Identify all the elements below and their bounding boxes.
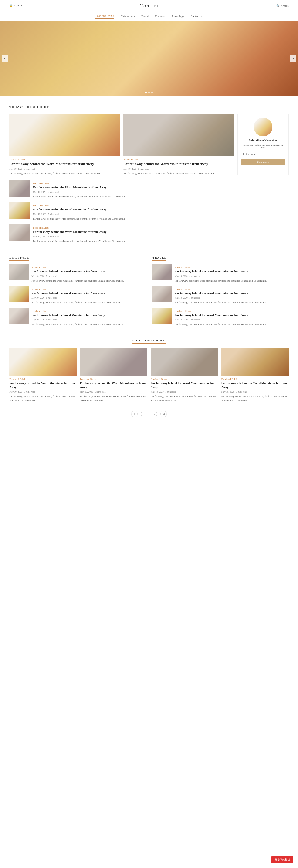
twitter-icon[interactable]: t <box>141 411 147 417</box>
food-drink-article-3-title[interactable]: Far far away behind the Word Mountains f… <box>151 381 218 389</box>
highlight-grid: Food and Drink Far far away behind the W… <box>9 114 289 175</box>
lifestyle-article-2-image <box>9 286 29 302</box>
facebook-icon[interactable]: f <box>131 411 138 417</box>
newsletter-image <box>254 118 272 136</box>
lifestyle-article-1-desc: Far far away, behind the word mountains,… <box>31 279 145 283</box>
food-drink-article-1: Food and Drink Far far away behind the W… <box>9 348 77 402</box>
list-item: Food and Drink Far far away behind the W… <box>153 286 289 304</box>
highlight-article-1-image <box>9 114 120 156</box>
travel-article-2-content: Food and Drink Far far away behind the W… <box>175 286 289 304</box>
food-drink-article-4-meta: May 10, 2020 · 5 mins read <box>222 391 289 393</box>
email-icon[interactable]: ✉ <box>160 411 167 417</box>
newsletter-email-input[interactable] <box>241 151 285 157</box>
list-item: Food and Drink Far far away behind the W… <box>9 180 289 198</box>
highlight-article-1-desc: Far far away, behind the word mountains,… <box>9 172 120 176</box>
list-item: Food and Drink Far far away behind the W… <box>9 224 289 243</box>
travel-article-3-title[interactable]: Far far away behind the Word Mountains f… <box>175 313 289 317</box>
highlight-article-2-category: Food and Drink <box>123 158 234 161</box>
travel-article-3-category: Food and Drink <box>175 310 289 312</box>
food-drink-article-4-image <box>222 348 289 376</box>
lifestyle-article-2-category: Food and Drink <box>31 288 145 291</box>
highlight-article-2-title[interactable]: Far far away behind the Word Mountains f… <box>123 162 234 166</box>
food-drink-article-2-category: Food and Drink <box>80 378 147 380</box>
list-article-2-image <box>9 202 30 219</box>
site-title: Content <box>139 3 159 9</box>
travel-article-2-category: Food and Drink <box>175 288 289 291</box>
linkedin-icon[interactable]: in <box>151 411 157 417</box>
lifestyle-article-2-content: Food and Drink Far far away behind the W… <box>31 286 145 304</box>
lifestyle-article-2-title[interactable]: Far far away behind the Word Mountains f… <box>31 291 145 296</box>
travel-article-1-content: Food and Drink Far far away behind the W… <box>175 264 289 282</box>
highlight-article-2-desc: Far far away, behind the word mountains,… <box>123 172 234 176</box>
travel-article-1-category: Food and Drink <box>175 266 289 269</box>
travel-article-2-title[interactable]: Far far away behind the Word Mountains f… <box>175 291 289 296</box>
travel-article-3-desc: Far far away, behind the word mountains,… <box>175 322 289 326</box>
travel-section-title: TRAVEL <box>153 256 166 261</box>
travel-article-1-title[interactable]: Far far away behind the Word Mountains f… <box>175 270 289 274</box>
hero-arrow-left[interactable]: ← <box>2 55 8 62</box>
hero-dot-3[interactable] <box>151 92 153 93</box>
lifestyle-travel-section: LIFESTYLE Food and Drink Far far away be… <box>0 251 298 334</box>
food-drink-article-3-image <box>151 348 218 376</box>
list-article-3-title[interactable]: Far far away behind the Word Mountains f… <box>33 230 289 234</box>
food-drink-article-2: Food and Drink Far far away behind the W… <box>80 348 147 402</box>
lifestyle-article-1-category: Food and Drink <box>31 266 145 269</box>
hero-dot-1[interactable] <box>145 92 147 93</box>
list-item: Food and Drink Far far away behind the W… <box>9 308 145 326</box>
food-drink-article-4-category: Food and Drink <box>222 378 289 380</box>
list-item: Food and Drink Far far away behind the W… <box>153 264 289 282</box>
list-article-3-content: Food and Drink Far far away behind the W… <box>33 224 289 243</box>
lifestyle-article-1-content: Food and Drink Far far away behind the W… <box>31 264 145 282</box>
nav-item-contact[interactable]: Contact us <box>191 15 203 18</box>
list-article-3-image <box>9 224 30 241</box>
food-drink-article-2-title[interactable]: Far far away behind the Word Mountains f… <box>80 381 147 389</box>
nav-item-elements[interactable]: Elements <box>155 15 166 18</box>
nav-item-food-drinks[interactable]: Food and Drinks <box>95 14 114 19</box>
highlight-article-1-title[interactable]: Far far away behind the Word Mountains f… <box>9 162 120 166</box>
list-item: Food and Drink Far far away behind the W… <box>153 308 289 326</box>
lifestyle-article-2-meta: May 10, 2020 · 5 mins read <box>31 297 145 299</box>
food-drink-article-3-category: Food and Drink <box>151 378 218 380</box>
highlight-article-2-meta: May 10, 2020 · 5 mins read <box>123 167 234 170</box>
food-drink-article-1-desc: Far far away, behind the word mountains,… <box>9 394 77 402</box>
list-item: Food and Drink Far far away behind the W… <box>9 202 289 220</box>
list-article-2-desc: Far far away, behind the word mountains,… <box>33 217 289 221</box>
search-label: Search <box>281 4 289 8</box>
search-button[interactable]: 🔍 Search <box>276 4 289 8</box>
travel-article-2-meta: May 10, 2020 · 5 mins read <box>175 297 289 299</box>
lifestyle-article-3-title[interactable]: Far far away behind the Word Mountains f… <box>31 313 145 317</box>
list-article-1-meta: May 10, 2020 · 5 mins read <box>33 191 289 193</box>
nav-item-categories[interactable]: Categories ▾ <box>121 15 135 18</box>
nav-item-travel[interactable]: Travel <box>141 15 148 18</box>
food-drink-section-title: FOOD AND DRINK <box>132 339 166 344</box>
travel-article-2-desc: Far far away, behind the word mountains,… <box>175 301 289 304</box>
list-article-1-desc: Far far away, behind the word mountains,… <box>33 195 289 198</box>
highlight-section: TODAY'S HIGHLIGHT Food and Drink Far far… <box>0 100 298 251</box>
lifestyle-article-1-meta: May 10, 2020 · 5 mins read <box>31 275 145 277</box>
food-drink-article-3-meta: May 10, 2020 · 5 mins read <box>151 391 218 393</box>
list-article-3-category: Food and Drink <box>33 226 289 229</box>
travel-article-2-image <box>153 286 172 302</box>
food-drink-article-4: Food and Drink Far far away behind the W… <box>222 348 289 402</box>
lifestyle-col: LIFESTYLE Food and Drink Far far away be… <box>9 256 145 329</box>
hero-arrow-right[interactable]: → <box>290 55 296 62</box>
chevron-down-icon: ▾ <box>133 15 135 18</box>
food-drink-article-2-desc: Far far away, behind the word mountains,… <box>80 394 147 402</box>
hero-dot-2[interactable] <box>148 92 150 93</box>
newsletter-subscribe-button[interactable]: Subscribe <box>241 159 285 165</box>
highlight-article-2: Food and Drink Far far away behind the W… <box>123 114 234 175</box>
list-article-2-title[interactable]: Far far away behind the Word Mountains f… <box>33 208 289 212</box>
food-drink-article-4-title[interactable]: Far far away behind the Word Mountains f… <box>222 381 289 389</box>
food-drink-grid: Food and Drink Far far away behind the W… <box>9 348 289 402</box>
list-article-3-desc: Far far away, behind the word mountains,… <box>33 239 289 243</box>
sign-in-button[interactable]: 🔒 Sign In <box>9 4 22 8</box>
travel-article-3-content: Food and Drink Far far away behind the W… <box>175 308 289 326</box>
list-article-1-title[interactable]: Far far away behind the Word Mountains f… <box>33 186 289 189</box>
nav-item-inner-page[interactable]: Inner Page <box>172 15 184 18</box>
lifestyle-article-1-title[interactable]: Far far away behind the Word Mountains f… <box>31 270 145 274</box>
two-col-grid: LIFESTYLE Food and Drink Far far away be… <box>9 256 289 329</box>
hero-dots <box>145 92 153 93</box>
newsletter-box: Subscribe to Newsletter Far far away beh… <box>237 114 289 175</box>
list-article-3-meta: May 10, 2020 · 5 mins read <box>33 235 289 238</box>
food-drink-article-1-title[interactable]: Far far away behind the Word Mountains f… <box>9 381 77 389</box>
